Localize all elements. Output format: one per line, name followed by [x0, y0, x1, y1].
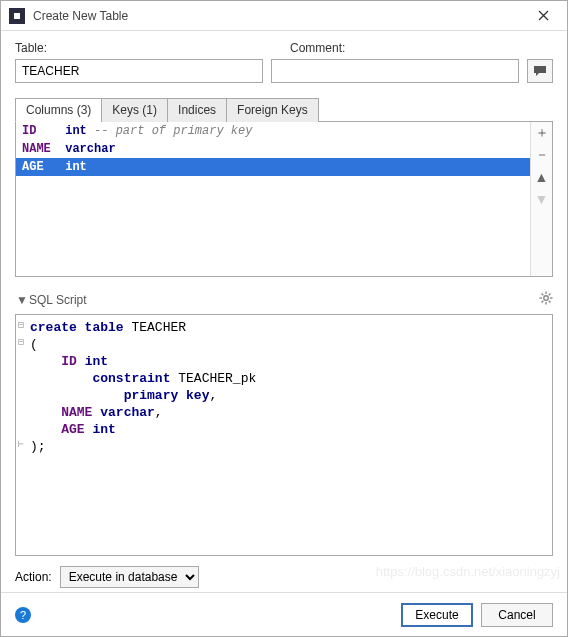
gear-icon [539, 291, 553, 305]
svg-line-7 [542, 294, 544, 296]
close-icon [538, 10, 549, 21]
columns-grid: ID int -- part of primary keyNAME varcha… [15, 122, 553, 277]
sql-script-label: SQL Script [29, 293, 539, 307]
comment-expand-button[interactable] [527, 59, 553, 83]
remove-column-button[interactable]: － [531, 144, 553, 166]
action-select[interactable]: Execute in database [60, 566, 199, 588]
field-inputs-row [15, 59, 553, 83]
sql-script-editor[interactable]: create table TEACHER⊟(⊟ ID int constrain… [15, 314, 553, 556]
column-row[interactable]: NAME varchar [16, 140, 530, 158]
column-row[interactable]: AGE int [16, 158, 530, 176]
footer: ? Execute Cancel [1, 592, 567, 636]
comment-input[interactable] [271, 59, 519, 83]
comment-label: Comment: [290, 41, 345, 55]
script-settings-button[interactable] [539, 291, 553, 308]
action-label: Action: [15, 570, 52, 584]
help-button[interactable]: ? [15, 607, 31, 623]
add-column-button[interactable]: ＋ [531, 122, 553, 144]
column-row[interactable]: ID int -- part of primary key [16, 122, 530, 140]
content-area: Table: Comment: Columns (3)Keys (1)Indic… [1, 31, 567, 556]
table-name-input[interactable] [15, 59, 263, 83]
cancel-button[interactable]: Cancel [481, 603, 553, 627]
app-icon [9, 8, 25, 24]
fold-gutter[interactable]: ⊢ [16, 438, 26, 450]
comment-icon [533, 65, 547, 77]
fold-gutter[interactable]: ⊟ [16, 319, 26, 331]
tab-0[interactable]: Columns (3) [15, 98, 102, 122]
field-labels-row: Table: Comment: [15, 41, 553, 55]
tabs-container: Columns (3)Keys (1)IndicesForeign Keys I… [15, 97, 553, 277]
move-up-button[interactable]: ▲ [531, 166, 553, 188]
grid-toolbar: ＋ － ▲ ▼ [530, 122, 552, 276]
svg-line-9 [549, 294, 551, 296]
tab-bar: Columns (3)Keys (1)IndicesForeign Keys [15, 97, 553, 122]
titlebar: Create New Table [1, 1, 567, 31]
sql-script-header[interactable]: ▼ SQL Script [15, 291, 553, 308]
window-title: Create New Table [33, 9, 527, 23]
action-row: Action: Execute in database [1, 556, 567, 592]
move-down-button: ▼ [531, 188, 553, 210]
fold-gutter[interactable]: ⊟ [16, 336, 26, 348]
tab-2[interactable]: Indices [167, 98, 227, 122]
close-button[interactable] [527, 1, 559, 31]
tab-1[interactable]: Keys (1) [101, 98, 168, 122]
columns-list[interactable]: ID int -- part of primary keyNAME varcha… [16, 122, 530, 276]
svg-rect-1 [14, 13, 20, 19]
svg-line-8 [549, 301, 551, 303]
collapse-icon: ▼ [15, 293, 29, 307]
dialog-window: Create New Table Table: Comment: Columns… [0, 0, 568, 637]
tab-3[interactable]: Foreign Keys [226, 98, 319, 122]
table-label: Table: [15, 41, 47, 55]
execute-button[interactable]: Execute [401, 603, 473, 627]
svg-line-10 [542, 301, 544, 303]
svg-point-2 [544, 296, 548, 300]
